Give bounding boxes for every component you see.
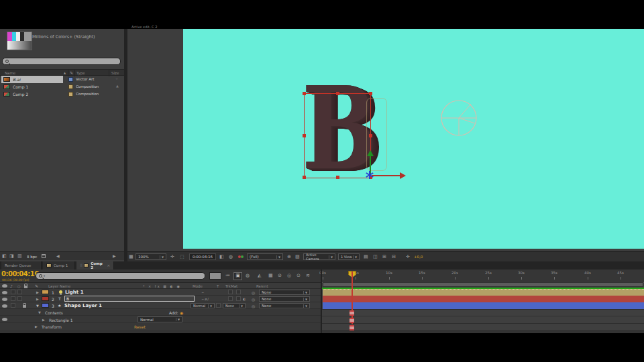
graph-editor-icon[interactable]: ⊙	[297, 274, 301, 278]
layer-row-shape-layer-1[interactable]: ▼ 3 ★ Shape Layer 1 ~ø/ Normal▼ None▼ ◎ …	[0, 302, 322, 309]
timeline-split-divider[interactable]	[321, 269, 322, 333]
expand-arrow-icon[interactable]: ▶	[36, 290, 39, 294]
switch-cell[interactable]	[11, 290, 15, 294]
project-row-comp1[interactable]: Comp 1 Composition ▲	[0, 83, 124, 90]
collapse-arrow-icon[interactable]: ▼	[38, 310, 41, 314]
parent-dropdown[interactable]: None▼	[259, 303, 310, 308]
pickwhip-icon[interactable]: ◎	[252, 290, 255, 295]
scrollbar-arrow-icon[interactable]: ▲	[116, 84, 119, 88]
selection-handle[interactable]	[336, 176, 339, 179]
selection-bounding-box[interactable]	[304, 93, 371, 178]
layer-row-b-text[interactable]: ▶ 2 T B ~ø/ ◐ ◎ None▼	[0, 296, 322, 302]
timeline-search-input[interactable]: ▾	[36, 272, 205, 280]
fast-previews-icon[interactable]: ⊞	[382, 255, 386, 259]
column-trkmat[interactable]: TrkMat	[225, 284, 237, 288]
parent-dropdown[interactable]: None▼	[259, 290, 310, 295]
scroll-left-icon[interactable]: ◀	[56, 254, 60, 258]
layer-bar-light-1[interactable]	[323, 289, 644, 296]
mask-visibility-icon[interactable]: ⬚	[180, 255, 184, 259]
column-parent[interactable]: Parent	[256, 284, 268, 288]
t-switch-cell[interactable]	[216, 303, 221, 308]
expand-arrow-icon[interactable]: ▶	[36, 297, 39, 301]
group-label[interactable]: Transform	[42, 324, 62, 329]
quality-icon[interactable]: ~	[201, 290, 204, 294]
label-swatch[interactable]	[42, 290, 49, 294]
viewer-tab-label[interactable]: Active edit- C 2	[131, 25, 157, 29]
trash-icon[interactable]	[42, 254, 46, 258]
tab-comp-2-active[interactable]: ⠿ Comp 2 ×	[76, 261, 114, 269]
column-name[interactable]: Name	[5, 71, 15, 75]
new-folder-icon[interactable]: ◨	[9, 254, 14, 259]
group-row-rectangle-1[interactable]: ▶ Rectangle 1 Normal▼	[0, 316, 322, 323]
show-snapshot-icon[interactable]: ◍	[229, 255, 233, 259]
timeline-flowchart-icon[interactable]: ⊟	[392, 255, 396, 259]
quality-icons[interactable]: ~ø/	[201, 297, 209, 301]
light-wireframe-widget[interactable]	[439, 99, 478, 137]
group-row-contents[interactable]: ▼ Contents Add: ◉	[0, 309, 322, 316]
exposure-offset[interactable]: +0,0	[414, 255, 423, 259]
current-timecode[interactable]: 0:00:04:16	[1, 270, 39, 278]
eye-icon[interactable]	[2, 291, 7, 294]
switch-cell[interactable]	[228, 296, 233, 301]
collapse-transform-icon[interactable]: ⁘	[115, 76, 118, 80]
interpret-footage-icon[interactable]: ◧	[2, 254, 7, 259]
brainstorm-icon[interactable]: ⊘	[278, 274, 282, 278]
draft-3d-icon[interactable]: ▣	[233, 272, 242, 280]
view-layout-dropdown[interactable]: 1 View▼	[338, 253, 360, 260]
label-swatch[interactable]	[42, 296, 49, 301]
safe-zones-icon[interactable]: ✛	[170, 255, 174, 259]
switch-cell[interactable]	[17, 296, 22, 301]
layer-name[interactable]: Shape Layer 1	[64, 303, 102, 308]
always-preview-icon[interactable]: ▦	[129, 255, 133, 259]
add-property-icon[interactable]: ◉	[180, 310, 183, 315]
transparency-grid-icon[interactable]: ▨	[295, 255, 300, 259]
effects-icon[interactable]: ◐	[243, 297, 246, 301]
share-view-icon[interactable]: ▤	[364, 255, 368, 259]
new-composition-icon[interactable]: ▥	[17, 254, 22, 259]
magnification-dropdown[interactable]: 100%▼	[136, 253, 166, 260]
group-row-transform[interactable]: ▶ Transform Reset	[0, 323, 322, 330]
bit-depth-button[interactable]: 8 bpc	[27, 255, 37, 259]
playhead-ibeam-handle[interactable]	[350, 310, 354, 316]
eye-icon[interactable]	[2, 298, 7, 301]
anchor-point-icon[interactable]	[366, 171, 374, 179]
switch-cell[interactable]	[17, 290, 22, 294]
group-label[interactable]: Contents	[45, 310, 63, 315]
project-search-input[interactable]	[2, 58, 121, 65]
column-t[interactable]: T	[217, 284, 219, 288]
snapshot-icon[interactable]: ◧	[219, 255, 224, 259]
frame-blending-icon[interactable]: ◭	[258, 274, 261, 278]
parent-dropdown[interactable]: None▼	[259, 296, 310, 302]
column-type[interactable]: Type	[76, 71, 85, 75]
search-options-icon[interactable]: ▾	[44, 274, 45, 278]
eye-icon[interactable]	[2, 304, 7, 308]
project-row-comp2[interactable]: Comp 2 Composition	[0, 90, 124, 98]
pickwhip-icon[interactable]: ◎	[252, 297, 255, 302]
close-icon[interactable]: ×	[107, 263, 110, 267]
selection-handle[interactable]	[369, 134, 372, 137]
lock-icon[interactable]	[23, 305, 26, 308]
layer-bar-shape-layer-1[interactable]	[323, 302, 644, 309]
camera-dropdown[interactable]: Active Camera▼	[303, 253, 335, 260]
collapse-arrow-icon[interactable]: ▼	[36, 304, 39, 308]
track-area[interactable]	[322, 283, 644, 330]
viewer-timecode[interactable]: 0:00:04:16	[189, 253, 216, 260]
time-ruler[interactable]: 00s 05s 10s 15s 20s 25s 30s 35s 40s 45s	[322, 269, 644, 283]
comp-item-name[interactable]: Comp 1	[13, 84, 28, 89]
x-axis-arrow-icon[interactable]	[400, 172, 406, 179]
column-layer-name[interactable]: Layer Name	[48, 284, 70, 288]
selection-handle[interactable]	[369, 92, 372, 95]
composition-button[interactable]	[209, 272, 221, 280]
eye-icon[interactable]	[2, 318, 7, 321]
region-of-interest-icon[interactable]: ⊕	[287, 255, 291, 259]
layer-name-edit-field[interactable]: B	[64, 296, 195, 302]
layer-bar-b[interactable]	[323, 296, 644, 302]
tab-comp-1[interactable]: Comp 1	[43, 261, 75, 269]
layer-name[interactable]: Light 1	[65, 290, 84, 295]
footage-preview-thumbnail[interactable]	[7, 32, 32, 50]
reset-exposure-icon[interactable]: ✛	[406, 255, 410, 259]
pickwhip-icon[interactable]: ◎	[252, 304, 255, 308]
playhead-line[interactable]	[352, 272, 353, 309]
label-swatch[interactable]	[42, 303, 49, 308]
playhead-ibeam-handle[interactable]	[350, 318, 354, 323]
